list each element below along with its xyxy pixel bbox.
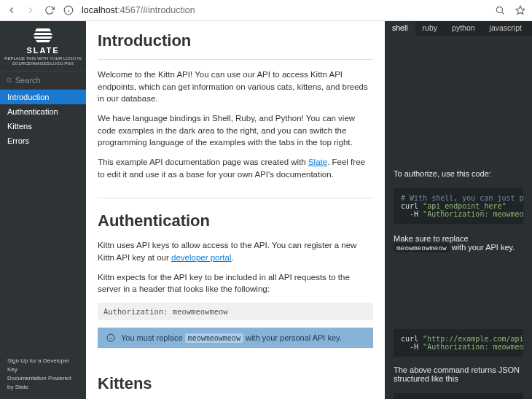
sidebar-footer: Sign Up for a Developer Key Documentatio…	[0, 349, 86, 399]
auth-p2: Kittn expects for the API key to be incl…	[98, 271, 373, 295]
url-path: /#introduction	[141, 5, 195, 15]
content-column: Introduction Welcome to the Kittn API! Y…	[86, 21, 385, 399]
kittens-code-block: curl "http://example.com/api/kittens" -H…	[394, 329, 523, 357]
url-port: :4567	[117, 5, 140, 15]
sidebar: SLATE REPLACE THIS WITH YOUR LOGO IN SOU…	[0, 21, 86, 399]
developer-portal-link[interactable]: developer portal	[171, 253, 231, 262]
sidebar-nav: Introduction Authentication Kittens Erro…	[0, 90, 86, 148]
reload-icon[interactable]	[44, 4, 55, 16]
code-column: shell ruby python javascript To authoriz…	[385, 21, 532, 399]
auth-replace-note: Make sure to replace meowmeowmeow with y…	[394, 234, 523, 252]
sidebar-item-label: Authentication	[7, 107, 58, 116]
logo-subtitle: REPLACE THIS WITH YOUR LOGO IN SOURCE/IM…	[4, 56, 82, 66]
kittens-resp-intro: The above command returns JSON structure…	[394, 365, 523, 383]
site-info-icon[interactable]	[63, 4, 74, 16]
tab-python[interactable]: python	[445, 21, 482, 36]
tab-javascript[interactable]: javascript	[482, 21, 529, 36]
section-title-kittens: Kittens	[98, 374, 373, 393]
callout-code: meowmeowmeow	[185, 333, 243, 343]
svg-marker-7	[34, 33, 52, 35]
logo-block: SLATE REPLACE THIS WITH YOUR LOGO IN SOU…	[0, 21, 86, 71]
search-icon[interactable]	[494, 4, 506, 16]
svg-line-11	[10, 82, 12, 83]
svg-point-10	[7, 78, 10, 82]
svg-line-4	[502, 12, 504, 15]
svg-marker-5	[516, 6, 525, 14]
auth-code-block: # With shell, you can just pass the corr…	[394, 188, 523, 224]
svg-point-3	[496, 7, 502, 12]
logo-title: SLATE	[4, 46, 82, 55]
url-bar[interactable]: localhost:4567/#introduction	[82, 5, 487, 15]
auth-replace-code: meowmeowmeow	[394, 243, 450, 252]
lang-tabs: shell ruby python javascript	[385, 21, 532, 36]
info-icon	[106, 333, 115, 342]
auth-code-intro: To authorize, use this code:	[394, 169, 523, 178]
url-host: localhost	[82, 5, 117, 15]
footer-powered-link[interactable]: Documentation Powered by Slate	[7, 375, 71, 390]
svg-marker-9	[36, 40, 50, 42]
sidebar-item-kittens[interactable]: Kittens	[0, 119, 86, 133]
sidebar-item-authentication[interactable]: Authentication	[0, 104, 86, 119]
footer-signup-link[interactable]: Sign Up for a Developer Key	[7, 357, 69, 373]
logo-icon	[4, 28, 82, 43]
intro-p3: This example API documentation page was …	[98, 156, 373, 180]
tab-shell[interactable]: shell	[385, 21, 415, 36]
sidebar-item-label: Kittens	[7, 122, 32, 131]
auth-callout: You must replace meowmeowmeow with your …	[98, 328, 373, 348]
sidebar-search[interactable]	[0, 71, 86, 90]
browser-chrome: localhost:4567/#introduction	[0, 0, 532, 21]
sidebar-item-introduction[interactable]: Introduction	[0, 90, 86, 104]
section-title-introduction: Introduction	[98, 31, 373, 50]
tab-ruby[interactable]: ruby	[415, 21, 445, 36]
forward-icon[interactable]	[25, 4, 36, 16]
auth-header-code: Authorization: meowmeowmeow	[98, 303, 373, 320]
intro-p2: We have language bindings in Shell, Ruby…	[98, 112, 373, 149]
back-icon[interactable]	[6, 4, 17, 16]
svg-marker-8	[34, 36, 52, 39]
svg-marker-6	[35, 28, 51, 31]
sidebar-item-errors[interactable]: Errors	[0, 133, 86, 148]
search-input[interactable]	[15, 76, 80, 85]
search-icon	[6, 77, 12, 84]
section-title-authentication: Authentication	[98, 198, 373, 231]
auth-p1: Kittn uses API keys to allow access to t…	[98, 239, 373, 263]
sidebar-item-label: Introduction	[7, 93, 49, 101]
intro-p1: Welcome to the Kittn API! You can use ou…	[98, 69, 373, 105]
star-icon[interactable]	[515, 4, 526, 16]
kittens-json-block: [ { "id": 1, "name": "Fluffums", "breed"…	[394, 393, 523, 399]
slate-link[interactable]: Slate	[308, 158, 327, 166]
sidebar-item-label: Errors	[7, 136, 29, 145]
